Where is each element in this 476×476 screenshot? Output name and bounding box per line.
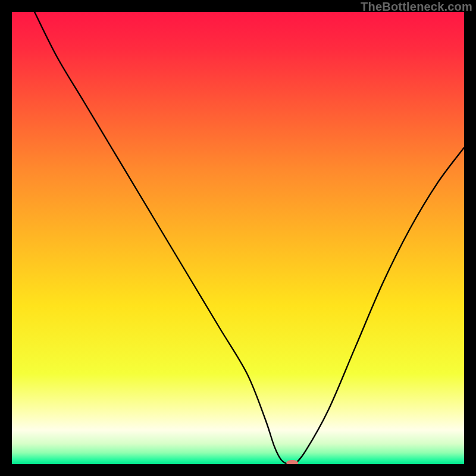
chart-frame: TheBottleneck.com bbox=[0, 0, 476, 476]
bottleneck-chart bbox=[12, 12, 464, 464]
gradient-background bbox=[12, 12, 464, 464]
